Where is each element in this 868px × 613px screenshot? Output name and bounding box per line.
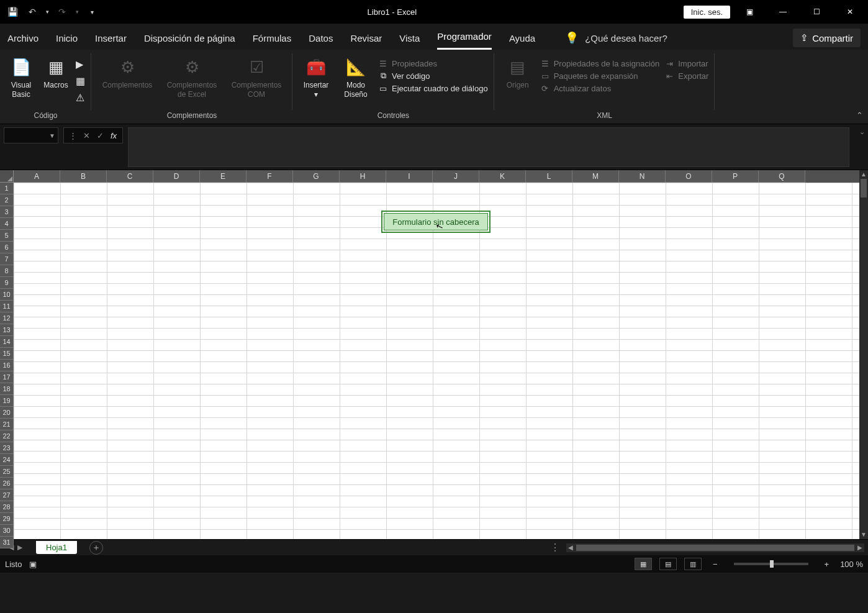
redo-icon[interactable]: ↷ [53,3,71,20]
column-header[interactable]: J [433,170,479,183]
formula-input[interactable] [128,127,849,167]
row-header[interactable]: 14 [0,336,14,348]
tab-archivo[interactable]: Archivo [7,29,38,50]
form-control-button[interactable]: Formulario sin cabecera [384,213,488,230]
row-header[interactable]: 4 [0,218,14,230]
customize-qat-icon[interactable]: ▾ [83,3,101,20]
tab-programador[interactable]: Programador [437,27,492,50]
visual-basic-button[interactable]: 📄 Visual Basic [6,55,36,99]
row-header[interactable]: 26 [0,478,14,489]
undo-dropdown-icon[interactable]: ▾ [43,3,51,20]
row-header[interactable]: 29 [0,513,14,525]
collapse-ribbon-icon[interactable]: ⌃ [854,108,866,122]
scroll-right-icon[interactable]: ▶ [856,544,864,551]
horizontal-scrollbar[interactable]: ◀ ▶ [566,543,864,552]
row-header[interactable]: 17 [0,371,14,383]
zoom-level[interactable]: 100 % [840,560,863,569]
page-layout-view-button[interactable]: ▤ [659,558,677,570]
row-header[interactable]: 27 [0,489,14,501]
column-header[interactable]: L [526,170,572,183]
zoom-out-button[interactable]: − [709,560,721,569]
close-button[interactable]: ✕ [836,0,864,24]
cancel-formula-icon[interactable]: ✕ [80,131,93,140]
tab-ayuda[interactable]: Ayuda [509,29,535,50]
importar-button[interactable]: ⇥Importar [664,58,708,68]
enter-formula-icon[interactable]: ✓ [94,131,106,140]
macro-recorder-icon[interactable]: ▣ [29,560,37,569]
row-header[interactable]: 22 [0,430,14,442]
row-header[interactable]: 12 [0,312,14,324]
prop-asignacion-button[interactable]: ☰Propiedades de la asignación [540,58,660,68]
select-all-corner[interactable] [0,170,14,183]
hscroll-thumb[interactable] [576,545,854,551]
record-macro-icon[interactable]: ▶ [76,58,85,70]
row-header[interactable]: 8 [0,265,14,277]
column-header[interactable]: P [712,170,759,183]
row-header[interactable]: 21 [0,419,14,430]
save-icon[interactable]: 💾 [4,3,21,20]
exportar-button[interactable]: ⇤Exportar [664,71,708,81]
complementos-button[interactable]: ⚙ Complementos [97,55,157,90]
zoom-thumb[interactable] [770,560,774,568]
column-header[interactable]: C [107,170,153,183]
normal-view-button[interactable]: ▦ [635,558,652,570]
column-header[interactable]: Q [759,170,805,183]
column-header[interactable]: G [293,170,340,183]
complementos-excel-button[interactable]: ⚙ Complementos de Excel [162,55,222,99]
vscroll-thumb[interactable] [861,179,867,198]
column-header[interactable]: N [619,170,666,183]
column-header[interactable]: I [386,170,433,183]
row-header[interactable]: 23 [0,442,14,454]
row-header[interactable]: 5 [0,230,14,242]
relative-reference-icon[interactable]: ▦ [76,75,85,87]
tab-vista[interactable]: Vista [399,29,420,50]
row-header[interactable]: 7 [0,253,14,265]
row-header[interactable]: 10 [0,289,14,301]
row-header[interactable]: 16 [0,360,14,371]
column-header[interactable]: K [479,170,526,183]
maximize-button[interactable]: ☐ [802,0,831,24]
fx-button[interactable]: fx [107,131,120,140]
minimize-button[interactable]: ― [769,0,797,24]
tab-inicio[interactable]: Inicio [56,29,78,50]
row-header[interactable]: 15 [0,348,14,360]
name-box[interactable]: ▼ [4,127,58,143]
tab-datos[interactable]: Datos [309,29,333,50]
row-header[interactable]: 25 [0,466,14,478]
sign-in-button[interactable]: Inic. ses. [684,6,730,19]
row-header[interactable]: 9 [0,277,14,289]
add-sheet-button[interactable]: ＋ [89,541,103,555]
share-button[interactable]: ⇪ Compartir [793,29,861,47]
row-header[interactable]: 6 [0,242,14,253]
scroll-down-icon[interactable]: ▼ [859,530,868,539]
page-break-view-button[interactable]: ▥ [684,558,702,570]
column-header[interactable]: H [340,170,386,183]
ver-codigo-button[interactable]: ⧉Ver código [378,71,488,81]
sheet-next-icon[interactable]: ▶ [17,543,22,552]
tab-formulas[interactable]: Fórmulas [253,29,292,50]
cells-area[interactable]: Formulario sin cabecera ↖ [14,183,859,539]
zoom-slider[interactable] [734,563,808,565]
row-header[interactable]: 1 [0,183,14,194]
macro-security-icon[interactable]: ⚠ [76,92,85,104]
redo-dropdown-icon[interactable]: ▾ [73,3,81,20]
actualizar-datos-button[interactable]: ⟳Actualizar datos [540,83,660,93]
row-header[interactable]: 20 [0,407,14,419]
row-header[interactable]: 3 [0,206,14,218]
row-header[interactable]: 24 [0,454,14,466]
modo-diseno-button[interactable]: 📐 Modo Diseño [338,55,373,99]
sheet-options-icon[interactable]: ⋮ [550,542,561,553]
row-header[interactable]: 13 [0,324,14,336]
scroll-left-icon[interactable]: ◀ [566,544,575,551]
name-box-dropdown-icon[interactable]: ▼ [47,132,58,139]
sheet-tab-hoja1[interactable]: Hoja1 [36,541,77,554]
column-header[interactable]: A [14,170,60,183]
row-header[interactable]: 30 [0,525,14,537]
vertical-scrollbar[interactable]: ▲ ▼ [859,170,868,539]
undo-icon[interactable]: ↶ [24,3,41,20]
column-header[interactable]: E [200,170,246,183]
row-header[interactable]: 11 [0,301,14,312]
row-header[interactable]: 2 [0,194,14,206]
column-header[interactable]: O [666,170,712,183]
tell-me-search[interactable]: 💡 ¿Qué desea hacer? [565,31,667,50]
